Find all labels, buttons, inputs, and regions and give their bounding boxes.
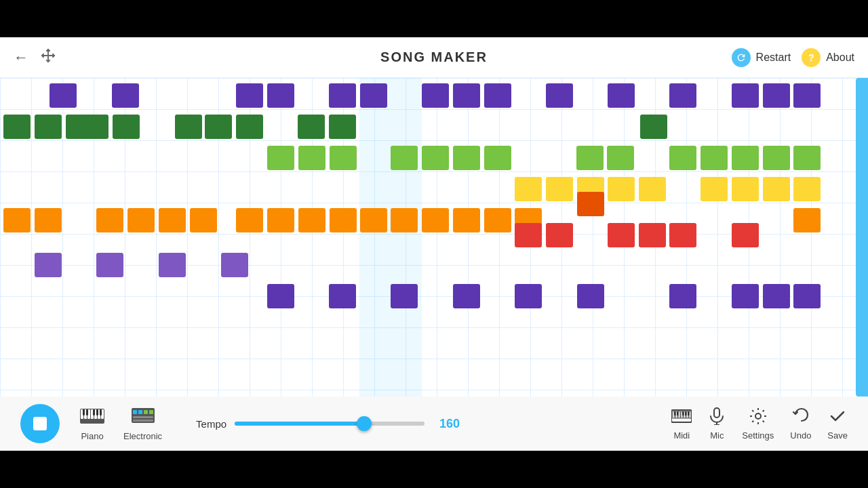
note[interactable] <box>484 146 511 170</box>
note[interactable] <box>422 146 449 170</box>
settings-button[interactable]: Settings <box>742 407 774 441</box>
scroll-indicator[interactable] <box>856 78 868 396</box>
note[interactable] <box>391 284 418 308</box>
note[interactable] <box>35 208 62 232</box>
note[interactable] <box>515 177 542 201</box>
note[interactable] <box>329 115 356 139</box>
note[interactable] <box>159 253 186 277</box>
note[interactable] <box>35 115 62 139</box>
note[interactable] <box>763 177 790 201</box>
note[interactable] <box>577 284 604 308</box>
note[interactable] <box>50 83 77 108</box>
note[interactable] <box>422 83 449 108</box>
tempo-slider[interactable] <box>235 422 425 426</box>
move-button[interactable] <box>41 48 56 66</box>
mic-button[interactable]: Mic <box>708 407 726 441</box>
piano-instrument[interactable]: Piano <box>80 406 104 441</box>
electronic-instrument[interactable]: Electronic <box>123 406 162 441</box>
note[interactable] <box>330 208 357 232</box>
note[interactable] <box>96 208 123 232</box>
save-button[interactable]: Save <box>827 407 848 441</box>
note[interactable] <box>81 115 108 139</box>
note[interactable] <box>267 146 294 170</box>
note[interactable] <box>640 115 667 139</box>
note[interactable] <box>96 253 123 277</box>
note[interactable] <box>330 146 357 170</box>
tempo-thumb[interactable] <box>357 416 372 431</box>
note[interactable] <box>484 83 511 108</box>
note[interactable] <box>3 208 31 232</box>
restart-button[interactable]: Restart <box>732 48 791 67</box>
note[interactable] <box>484 208 511 232</box>
back-button[interactable]: ← <box>14 49 28 66</box>
note[interactable] <box>732 223 759 247</box>
note[interactable] <box>453 83 480 108</box>
note[interactable] <box>669 83 696 108</box>
note[interactable] <box>453 146 480 170</box>
note[interactable] <box>608 83 635 108</box>
note[interactable] <box>669 284 696 308</box>
note[interactable] <box>546 83 573 108</box>
note[interactable] <box>669 146 696 170</box>
note[interactable] <box>205 115 232 139</box>
grid-area[interactable] <box>0 78 868 396</box>
note[interactable] <box>608 177 635 201</box>
note[interactable] <box>175 115 202 139</box>
note[interactable] <box>701 146 728 170</box>
about-button[interactable]: ? About <box>802 48 854 67</box>
note[interactable] <box>453 284 480 308</box>
note[interactable] <box>608 223 635 247</box>
note[interactable] <box>298 208 326 232</box>
note[interactable] <box>763 284 790 308</box>
note[interactable] <box>763 146 790 170</box>
note[interactable] <box>732 177 759 201</box>
note[interactable] <box>732 83 759 108</box>
note[interactable] <box>793 208 821 232</box>
note[interactable] <box>236 208 263 232</box>
undo-button[interactable]: Undo <box>790 407 811 441</box>
note[interactable] <box>127 208 155 232</box>
note[interactable] <box>112 83 139 108</box>
note[interactable] <box>793 83 821 108</box>
note[interactable] <box>453 208 480 232</box>
note[interactable] <box>732 284 759 308</box>
note[interactable] <box>793 146 821 170</box>
note[interactable] <box>577 192 604 216</box>
midi-button[interactable]: Midi <box>671 407 692 441</box>
note[interactable] <box>267 83 294 108</box>
note[interactable] <box>298 115 325 139</box>
note[interactable] <box>391 208 418 232</box>
note[interactable] <box>329 83 356 108</box>
note[interactable] <box>515 284 542 308</box>
note[interactable] <box>793 177 821 201</box>
note[interactable] <box>576 146 604 170</box>
note[interactable] <box>221 253 248 277</box>
note[interactable] <box>422 208 449 232</box>
note[interactable] <box>267 284 294 308</box>
note[interactable] <box>763 83 790 108</box>
note[interactable] <box>298 146 326 170</box>
note[interactable] <box>3 115 31 139</box>
note[interactable] <box>639 177 666 201</box>
note[interactable] <box>360 208 387 232</box>
note[interactable] <box>701 177 728 201</box>
note[interactable] <box>35 253 62 277</box>
note[interactable] <box>159 208 186 232</box>
note[interactable] <box>793 284 821 308</box>
note[interactable] <box>639 223 666 247</box>
note[interactable] <box>732 146 759 170</box>
note[interactable] <box>329 284 356 308</box>
note[interactable] <box>515 223 542 247</box>
note[interactable] <box>267 208 294 232</box>
note[interactable] <box>190 208 217 232</box>
note[interactable] <box>113 115 140 139</box>
stop-button[interactable] <box>20 404 60 443</box>
note[interactable] <box>360 83 387 108</box>
note[interactable] <box>607 146 634 170</box>
note[interactable] <box>236 115 263 139</box>
note[interactable] <box>546 223 573 247</box>
note[interactable] <box>391 146 418 170</box>
note[interactable] <box>236 83 263 108</box>
note[interactable] <box>546 177 573 201</box>
note[interactable] <box>669 223 696 247</box>
